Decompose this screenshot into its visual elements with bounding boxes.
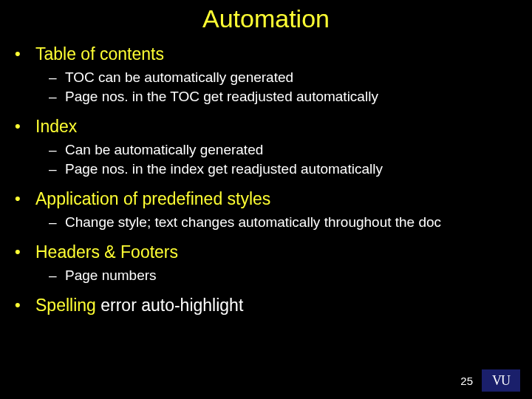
dash-icon: –: [49, 88, 65, 106]
sub-item: – TOC can be automatically generated: [49, 69, 517, 86]
bullet-icon: •: [15, 116, 35, 137]
bullet-headers: • Headers & Footers – Page numbers: [15, 242, 517, 284]
sub-text: TOC can be automatically generated: [65, 69, 293, 86]
bullet-toc: • Table of contents – TOC can be automat…: [15, 44, 517, 106]
bullet-icon: •: [15, 44, 35, 64]
sub-item: – Page nos. in the TOC get readjusted au…: [49, 88, 517, 106]
sub-text: Page nos. in the TOC get readjusted auto…: [65, 88, 378, 106]
sub-list: – TOC can be automatically generated – P…: [49, 69, 517, 106]
bullet-index: • Index – Can be automatically generated…: [15, 116, 517, 178]
dash-icon: –: [49, 267, 65, 284]
sub-text: Change style; text changes automatically…: [65, 214, 441, 231]
sub-item: – Page nos. in the index get readjusted …: [49, 160, 517, 178]
bullet-icon: •: [15, 295, 35, 316]
slide-title: Automation: [15, 4, 517, 33]
sub-list: – Can be automatically generated – Page …: [49, 141, 517, 178]
bullet-label: Application of predefined styles: [35, 188, 270, 209]
dash-icon: –: [49, 141, 65, 159]
vu-logo: VU: [482, 369, 520, 392]
spell-rest-white: error auto-highlight: [96, 296, 243, 315]
page-number: 25: [460, 375, 473, 387]
bullet-label: Headers & Footers: [35, 242, 178, 262]
sub-item: – Can be automatically generated: [49, 141, 517, 159]
dash-icon: –: [49, 214, 65, 231]
sub-item: – Change style; text changes automatical…: [49, 214, 517, 231]
sub-text: Page numbers: [65, 267, 157, 284]
slide-footer: 25 VU: [460, 369, 520, 392]
sub-item: – Page numbers: [49, 267, 517, 284]
bullet-list: • Table of contents – TOC can be automat…: [15, 44, 517, 316]
bullet-icon: •: [15, 188, 35, 209]
sub-text: Can be automatically generated: [65, 141, 263, 159]
bullet-styles: • Application of predefined styles – Cha…: [15, 188, 517, 231]
bullet-label: Table of contents: [35, 44, 164, 64]
sub-list: – Page numbers: [49, 267, 517, 284]
dash-icon: –: [49, 160, 65, 178]
spell-word-yellow: Spelling: [35, 296, 96, 315]
bullet-spelling: • Spelling error auto-highlight: [15, 295, 517, 316]
vu-logo-text: VU: [492, 373, 510, 389]
sub-list: – Change style; text changes automatical…: [49, 214, 517, 231]
bullet-label: Index: [35, 116, 77, 137]
dash-icon: –: [49, 69, 65, 86]
slide: Automation • Table of contents – TOC can…: [0, 0, 532, 399]
bullet-label: Spelling error auto-highlight: [35, 295, 243, 316]
bullet-icon: •: [15, 242, 35, 262]
sub-text: Page nos. in the index get readjusted au…: [65, 160, 383, 178]
